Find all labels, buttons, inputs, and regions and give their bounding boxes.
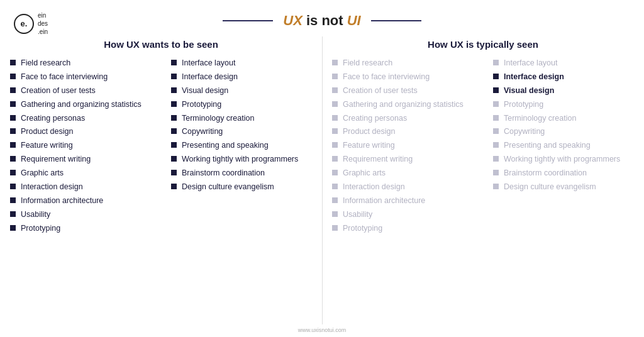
bullet-icon — [10, 225, 16, 231]
bullet-icon — [493, 74, 499, 79]
list-item: Face to face interviewing — [10, 72, 155, 82]
item-label: Terminology creation — [182, 113, 316, 124]
item-label: Prototyping — [182, 99, 316, 110]
item-label: Presenting and speaking — [182, 140, 316, 151]
bullet-icon — [10, 170, 16, 175]
item-label: Requirement writing — [21, 154, 155, 165]
bullet-icon — [493, 128, 499, 134]
list-item: Information architecture — [10, 196, 155, 206]
list-item: Visual design — [171, 86, 316, 96]
item-label: Information architecture — [21, 196, 155, 206]
left-column-2: Interface layoutInterface designVisual d… — [161, 58, 322, 317]
list-item: Usability — [332, 209, 477, 220]
list-item: Prototyping — [493, 99, 638, 110]
list-item: Interface design — [171, 72, 316, 82]
list-item: Prototyping — [332, 223, 477, 234]
bullet-icon — [332, 115, 338, 121]
list-item: Field research — [10, 58, 155, 69]
bullet-icon — [10, 211, 16, 217]
list-item: Working tightly with programmers — [493, 154, 638, 165]
item-label: Requirement writing — [343, 154, 477, 165]
item-label: Working tightly with programmers — [182, 154, 316, 165]
item-label: Creation of user tests — [343, 86, 477, 96]
bullet-icon — [171, 156, 177, 162]
bullet-icon — [493, 101, 499, 107]
bullet-icon — [171, 101, 177, 107]
list-item: Prototyping — [10, 223, 155, 234]
bullet-icon — [493, 184, 499, 189]
bullet-icon — [171, 170, 177, 175]
list-item: Terminology creation — [171, 113, 316, 124]
bullet-icon — [171, 128, 177, 134]
item-label: Usability — [343, 209, 477, 220]
left-column-1: Field researchFace to face interviewingC… — [0, 58, 161, 317]
list-item: Terminology creation — [493, 113, 638, 124]
bullet-icon — [10, 60, 16, 65]
list-item: Creating personas — [10, 113, 155, 124]
bullet-icon — [171, 87, 177, 93]
list-item: Usability — [10, 209, 155, 220]
list-item: Interaction design — [332, 182, 477, 192]
bullet-icon — [332, 184, 338, 189]
list-item: Product design — [10, 126, 155, 137]
bullet-icon — [332, 142, 338, 148]
list-item: Interface design — [493, 72, 638, 82]
item-label: Usability — [21, 209, 155, 220]
item-label: Prototyping — [21, 223, 155, 234]
bullet-icon — [493, 142, 499, 148]
list-item: Design culture evangelism — [171, 182, 316, 192]
list-item: Interface layout — [493, 58, 638, 69]
content-area: Field researchFace to face interviewingC… — [0, 55, 644, 319]
title-ui: UI — [347, 13, 361, 28]
right-column-1: Field researchFace to face interviewingC… — [322, 58, 483, 317]
bullet-icon — [493, 156, 499, 162]
item-label: Feature writing — [343, 140, 477, 151]
bullet-icon — [171, 142, 177, 148]
bullet-icon — [332, 101, 338, 107]
bullet-icon — [10, 184, 16, 189]
list-item: Information architecture — [332, 196, 477, 206]
list-item: Graphic arts — [332, 168, 477, 179]
item-label: Visual design — [182, 86, 316, 96]
item-label: Working tightly with programmers — [504, 154, 638, 165]
bullet-icon — [332, 156, 338, 162]
item-label: Creating personas — [343, 113, 477, 124]
item-label: Presenting and speaking — [504, 140, 638, 151]
bullet-icon — [332, 211, 338, 217]
title-ux: UX — [283, 13, 303, 28]
item-label: Prototyping — [343, 223, 477, 234]
item-label: Creating personas — [21, 113, 155, 124]
item-label: Interface design — [182, 72, 316, 82]
bullet-icon — [10, 74, 16, 79]
bullet-icon — [10, 128, 16, 134]
list-item: Face to face interviewing — [332, 72, 477, 82]
bullet-icon — [332, 60, 338, 65]
right-column-2: Interface layoutInterface designVisual d… — [483, 58, 644, 317]
title-isnot: is not — [306, 13, 343, 28]
bullet-icon — [10, 156, 16, 162]
bullet-icon — [332, 225, 338, 231]
item-label: Visual design — [504, 86, 638, 96]
subtitle-right: How UX is typically seen — [322, 39, 644, 50]
bullet-icon — [332, 74, 338, 79]
bullet-icon — [10, 142, 16, 148]
item-label: Graphic arts — [343, 168, 477, 179]
title-text: UX is not UI — [273, 13, 370, 29]
title-area: UX is not UI — [0, 13, 644, 29]
list-item: Field research — [332, 58, 477, 69]
bullet-icon — [493, 170, 499, 175]
list-item: Graphic arts — [10, 168, 155, 179]
list-item: Creation of user tests — [10, 86, 155, 96]
bullet-icon — [493, 87, 499, 93]
item-label: Interaction design — [21, 182, 155, 192]
item-label: Design culture evangelism — [182, 182, 316, 192]
bullet-icon — [332, 87, 338, 93]
item-label: Terminology creation — [504, 113, 638, 124]
item-label: Interaction design — [343, 182, 477, 192]
subtitle-left: How UX wants to be seen — [0, 39, 322, 50]
list-item: Feature writing — [10, 140, 155, 151]
item-label: Feature writing — [21, 140, 155, 151]
bullet-icon — [332, 197, 338, 203]
item-label: Copywriting — [182, 126, 316, 137]
list-item: Gathering and organizing statistics — [10, 99, 155, 110]
